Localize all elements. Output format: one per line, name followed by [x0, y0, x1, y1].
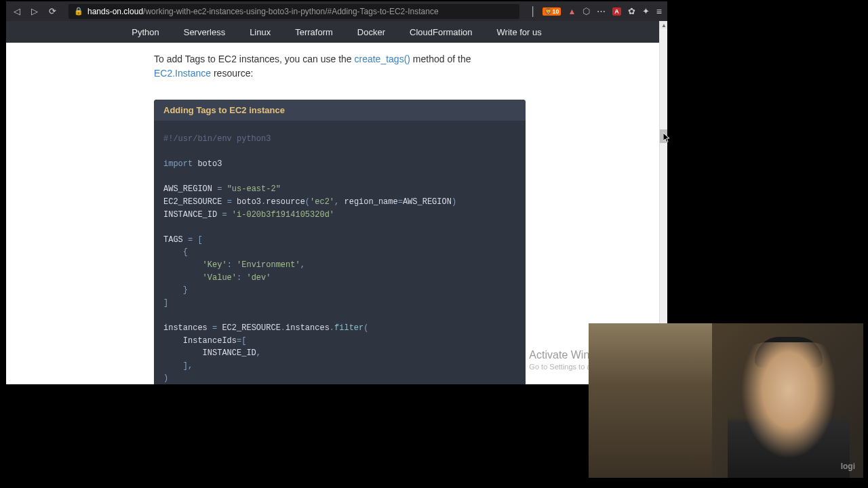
more-icon[interactable]: ⋯ [597, 6, 606, 16]
nav-terraform[interactable]: Terraform [295, 27, 333, 37]
link-ec2-instance[interactable]: EC2.Instance [154, 68, 211, 79]
toolbar-right: │ 🦁10 ▲ ⬡ ⋯ A ✿ ✦ ≡ [530, 6, 662, 17]
url-bar[interactable]: 🔒 hands-on.cloud/working-with-ec2-instan… [68, 4, 519, 19]
nav-write-for-us[interactable]: Write for us [497, 27, 542, 37]
intro-paragraph: To add Tags to EC2 instances, you can us… [154, 52, 526, 81]
pdf-icon[interactable]: A [612, 7, 621, 16]
nav-python[interactable]: Python [132, 27, 159, 37]
browser-window: ◁ ▷ ⟳ 🔒 hands-on.cloud/working-with-ec2-… [6, 1, 667, 384]
cube-icon[interactable]: ⬡ [583, 6, 590, 16]
article-body: To add Tags to EC2 instances, you can us… [6, 43, 659, 384]
nav-cloudformation[interactable]: CloudFormation [410, 27, 473, 37]
nav-linux[interactable]: Linux [250, 27, 271, 37]
browser-toolbar: ◁ ▷ ⟳ 🔒 hands-on.cloud/working-with-ec2-… [6, 1, 667, 21]
code-block-title: Adding Tags to EC2 instance [154, 100, 526, 121]
code-block: Adding Tags to EC2 instance #!/usr/bin/e… [154, 100, 526, 384]
shield-icon[interactable]: ✿ [628, 6, 635, 16]
mouse-cursor [663, 133, 670, 142]
url-text: hands-on.cloud/working-with-ec2-instance… [87, 7, 439, 16]
back-button[interactable]: ◁ [12, 6, 22, 17]
warning-icon[interactable]: ▲ [568, 7, 576, 16]
menu-icon[interactable]: ≡ [656, 6, 662, 17]
lock-icon: 🔒 [74, 7, 83, 16]
site-nav: Python Serverless Linux Terraform Docker… [6, 21, 667, 43]
brave-shield-badge[interactable]: 🦁10 [542, 7, 561, 16]
bookmark-icon[interactable]: │ [530, 6, 536, 16]
nav-serverless[interactable]: Serverless [184, 27, 225, 37]
code-block-body[interactable]: #!/usr/bin/env python3 import boto3 AWS_… [154, 121, 526, 384]
nav-docker[interactable]: Docker [357, 27, 385, 37]
webcam-overlay: logi [589, 323, 863, 478]
link-create-tags[interactable]: create_tags() [354, 54, 410, 64]
reload-button[interactable]: ⟳ [47, 6, 58, 17]
webcam-person [728, 342, 850, 478]
extensions-icon[interactable]: ✦ [642, 6, 650, 16]
forward-button[interactable]: ▷ [29, 6, 40, 17]
content-area: Python Serverless Linux Terraform Docker… [6, 21, 667, 384]
webcam-brand-logo: logi [841, 462, 855, 471]
scroll-up-button[interactable]: ▲ [660, 21, 667, 29]
